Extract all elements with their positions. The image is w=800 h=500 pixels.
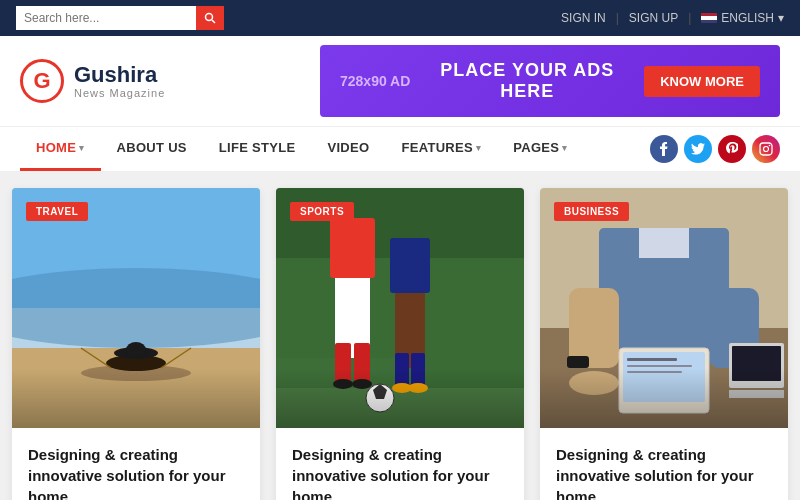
card-3-image-wrap: BUSINESS: [540, 188, 788, 428]
card-1-badge: TRAVEL: [26, 202, 88, 221]
nav-item-video[interactable]: VIDEO: [311, 127, 385, 171]
nav-item-features[interactable]: FEATURES ▾: [385, 127, 497, 171]
nav-label-features: FEATURES: [401, 140, 473, 155]
nav-item-pages[interactable]: PAGES ▾: [497, 127, 583, 171]
svg-rect-31: [330, 218, 375, 278]
nav-item-about[interactable]: ABOUT US: [101, 127, 203, 171]
ad-main-text: PLACE YOUR ADS HERE: [430, 60, 624, 102]
svg-point-8: [12, 268, 260, 348]
card-3-badge: BUSINESS: [554, 202, 629, 221]
card-3-body: Designing & creating innovative solution…: [540, 428, 788, 500]
card-2-overlay: [276, 368, 524, 428]
facebook-icon[interactable]: [650, 135, 678, 163]
nav-label-pages: PAGES: [513, 140, 559, 155]
svg-point-0: [206, 14, 213, 21]
card-2-image-wrap: SPORTS: [276, 188, 524, 428]
svg-rect-39: [567, 356, 589, 368]
cards-section: TRAVEL Designing & creating innovative s…: [0, 172, 800, 500]
nav-label-lifestyle: LIFE STYLE: [219, 140, 296, 155]
card-3-overlay: [540, 368, 788, 428]
svg-rect-43: [627, 358, 677, 361]
svg-rect-36: [639, 228, 689, 258]
nav-label-video: VIDEO: [327, 140, 369, 155]
svg-rect-32: [390, 238, 430, 293]
card-1-image-wrap: TRAVEL: [12, 188, 260, 428]
search-form: [16, 6, 224, 30]
logo-name: Gushira: [74, 63, 165, 87]
nav-label-home: HOME: [36, 140, 76, 155]
search-button[interactable]: [196, 6, 224, 30]
divider: |: [616, 11, 619, 25]
logo-area: G Gushira News Magazine: [20, 59, 165, 103]
nav-label-about: ABOUT US: [117, 140, 187, 155]
instagram-icon[interactable]: [752, 135, 780, 163]
card-3-title: Designing & creating innovative solution…: [556, 444, 772, 500]
know-more-button[interactable]: KNOW MORE: [644, 66, 760, 97]
nav-arrow-features: ▾: [476, 143, 481, 153]
card-2[interactable]: SPORTS Designing & creating innovative s…: [276, 188, 524, 500]
logo-icon: G: [20, 59, 64, 103]
nav-arrow-pages: ▾: [562, 143, 567, 153]
svg-point-12: [126, 342, 146, 358]
logo-ad-bar: G Gushira News Magazine 728x90 AD PLACE …: [0, 36, 800, 126]
card-1[interactable]: TRAVEL Designing & creating innovative s…: [12, 188, 260, 500]
card-2-badge: SPORTS: [290, 202, 354, 221]
signin-link[interactable]: SIGN IN: [561, 11, 606, 25]
top-right-links: SIGN IN | SIGN UP | ENGLISH ▾: [561, 11, 784, 25]
pinterest-icon[interactable]: [718, 135, 746, 163]
cards-row: TRAVEL Designing & creating innovative s…: [0, 188, 800, 500]
svg-rect-44: [627, 365, 692, 367]
logo-text: Gushira News Magazine: [74, 63, 165, 99]
card-2-body: Designing & creating innovative solution…: [276, 428, 524, 500]
svg-rect-2: [760, 143, 772, 155]
card-2-title: Designing & creating innovative solution…: [292, 444, 508, 500]
card-1-body: Designing & creating innovative solution…: [12, 428, 260, 500]
language-selector[interactable]: ENGLISH ▾: [701, 11, 784, 25]
card-3[interactable]: BUSINESS Designing & creating innovative…: [540, 188, 788, 500]
nav-bar: HOME ▾ ABOUT US LIFE STYLE VIDEO FEATURE…: [0, 126, 800, 172]
flag-icon: [701, 13, 717, 23]
lang-arrow: ▾: [778, 11, 784, 25]
search-icon: [204, 12, 216, 24]
signup-link[interactable]: SIGN UP: [629, 11, 678, 25]
nav-links: HOME ▾ ABOUT US LIFE STYLE VIDEO FEATURE…: [20, 127, 584, 171]
svg-line-1: [212, 20, 215, 23]
svg-point-3: [764, 147, 769, 152]
nav-arrow-home: ▾: [79, 143, 84, 153]
ad-banner: 728x90 AD PLACE YOUR ADS HERE KNOW MORE: [320, 45, 780, 117]
card-1-title: Designing & creating innovative solution…: [28, 444, 244, 500]
card-1-overlay: [12, 368, 260, 428]
top-bar: SIGN IN | SIGN UP | ENGLISH ▾: [0, 0, 800, 36]
twitter-icon[interactable]: [684, 135, 712, 163]
social-icons: [650, 135, 780, 163]
nav-item-lifestyle[interactable]: LIFE STYLE: [203, 127, 312, 171]
divider2: |: [688, 11, 691, 25]
nav-item-home[interactable]: HOME ▾: [20, 127, 101, 171]
svg-point-4: [769, 145, 771, 147]
ad-size-label: 728x90 AD: [340, 73, 410, 89]
logo-subtitle: News Magazine: [74, 87, 165, 99]
lang-label: ENGLISH: [721, 11, 774, 25]
search-input[interactable]: [16, 6, 196, 30]
